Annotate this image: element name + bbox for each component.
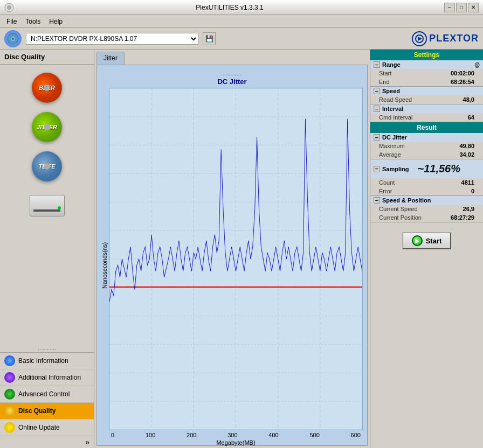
drive-selector[interactable]: N:PLEXTOR DVDR PX-L890SA 1.07: [26, 33, 198, 45]
speed-collapse[interactable]: −: [374, 88, 380, 94]
sidebar-item-disc-quality[interactable]: Disc Quality: [0, 403, 94, 419]
at-icon: @: [474, 62, 480, 68]
range-header: − Range @: [370, 60, 483, 69]
sidebar: Disc Quality BLER JITTER TE/FE: [0, 50, 94, 448]
dc-jitter-collapse[interactable]: −: [374, 134, 380, 141]
expand-button[interactable]: »: [0, 436, 94, 448]
sampling-label: Sampling: [382, 166, 409, 172]
current-position-value: 68:27:29: [451, 214, 474, 221]
plextor-logo: PLEXTOR: [412, 31, 479, 46]
expand-icon: »: [85, 438, 89, 446]
chart-area: Nanoseconds(ns): [101, 88, 363, 443]
main-layout: Disc Quality BLER JITTER TE/FE: [0, 50, 483, 448]
x-axis-label: Megabyte(MB): [109, 439, 363, 446]
max-value: 49,80: [459, 143, 474, 149]
window-title: PlexUTILITIES v1.3.3.1: [15, 4, 444, 11]
cmd-interval-value: 64: [468, 114, 474, 121]
current-position-label: Current Position: [379, 214, 422, 221]
interval-collapse[interactable]: −: [374, 106, 380, 112]
sampling-collapse[interactable]: −: [374, 166, 380, 172]
count-value: 4811: [461, 179, 474, 186]
range-start-value: 00:02:00: [451, 70, 474, 76]
disc-hole: [44, 163, 50, 170]
plextor-logo-circle: [412, 31, 427, 46]
close-button[interactable]: ✕: [468, 3, 479, 12]
tab-bar: Jitter: [94, 50, 370, 65]
tab-jitter[interactable]: Jitter: [96, 52, 125, 65]
speed-position-collapse[interactable]: −: [374, 197, 380, 204]
jitter-icon: JITTER: [32, 112, 62, 142]
drive-light: [58, 206, 61, 209]
sidebar-dots-top: ............: [0, 344, 94, 352]
error-row: Error 0: [370, 187, 483, 195]
count-label: Count: [379, 179, 395, 186]
disc-hole: [44, 124, 50, 130]
start-btn-container: ▶ Start: [370, 222, 483, 259]
start-icon: ▶: [412, 235, 423, 246]
drive-button[interactable]: [20, 188, 74, 223]
current-speed-label: Current Speed: [379, 206, 418, 212]
error-label: Error: [379, 188, 392, 194]
dc-jitter-label: DC Jitter: [382, 134, 407, 141]
disc-icons: BLER JITTER TE/FE: [0, 65, 94, 344]
avg-value: 34,02: [459, 151, 474, 158]
disc-hole: [44, 85, 50, 91]
speed-position-section: − Speed & Position Current Speed 26,9 Cu…: [370, 196, 483, 222]
tefe-button[interactable]: TE/FE: [20, 149, 74, 184]
result-header: Result: [370, 122, 483, 133]
range-collapse[interactable]: −: [374, 61, 380, 68]
maximize-button[interactable]: □: [456, 3, 467, 12]
sampling-percent: ~11,56%: [413, 160, 465, 177]
menu-tools[interactable]: Tools: [21, 17, 45, 26]
additional-info-label: Additional Information: [18, 374, 81, 381]
speed-position-header: − Speed & Position: [370, 196, 483, 205]
dc-jitter-header: − DC Jitter: [370, 133, 483, 142]
sidebar-item-additional-information[interactable]: Additional Information: [0, 369, 94, 386]
menu-help[interactable]: Help: [45, 17, 67, 26]
disc-quality-label: Disc Quality: [18, 407, 56, 415]
current-speed-row: Current Speed 26,9: [370, 205, 483, 213]
online-update-label: Online Update: [18, 424, 60, 431]
sidebar-item-advanced-control[interactable]: Advanced Control: [0, 386, 94, 403]
speed-header: − Speed: [370, 87, 483, 95]
chart-title: DC Jitter: [101, 78, 363, 86]
current-position-row: Current Position 68:27:29: [370, 213, 483, 222]
menubar: File Tools Help: [0, 15, 483, 28]
x-axis-ticks: 0 100 200 300 400 500 600: [109, 432, 363, 438]
basic-info-label: Basic Information: [18, 357, 68, 365]
nav-items: Basic Information Additional Information…: [0, 352, 94, 436]
y-axis-label: Nanoseconds(ns): [101, 88, 108, 443]
plextor-text: PLEXTOR: [429, 33, 479, 44]
chart-container: ............ DC Jitter Nanoseconds(ns): [96, 65, 368, 446]
jitter-button[interactable]: JITTER: [20, 109, 74, 144]
menu-file[interactable]: File: [2, 17, 21, 26]
interval-header: − Interval: [370, 104, 483, 113]
disc-quality-icon: [4, 405, 15, 416]
online-update-icon: [4, 422, 15, 433]
svg-point-4: [12, 38, 14, 40]
save-button[interactable]: 💾: [203, 32, 216, 45]
sidebar-item-online-update[interactable]: Online Update: [0, 419, 94, 436]
app-icon: [4, 2, 15, 13]
speed-position-label: Speed & Position: [382, 197, 431, 204]
range-label: Range: [382, 61, 401, 68]
settings-header: Settings: [370, 50, 483, 60]
speed-section: − Speed Read Speed 48,0: [370, 87, 483, 104]
current-speed-value: 26,9: [463, 206, 474, 212]
svg-point-1: [7, 5, 11, 10]
bler-button[interactable]: BLER: [20, 70, 74, 105]
minimize-button[interactable]: −: [444, 3, 455, 12]
avg-label: Average: [379, 151, 401, 158]
advanced-control-label: Advanced Control: [18, 390, 70, 398]
cmd-interval-label: Cmd Interval: [379, 114, 412, 121]
avg-row: Average 34,02: [370, 150, 483, 159]
additional-info-icon: [4, 372, 15, 383]
range-section: − Range @ Start 00:02:00 End 68:26:54: [370, 60, 483, 87]
max-row: Maximum 49,80: [370, 142, 483, 150]
drive-slot: [33, 209, 60, 212]
drive-image: [30, 195, 65, 216]
start-button[interactable]: ▶ Start: [402, 232, 452, 249]
speed-label: Speed: [382, 88, 400, 94]
content-area: Jitter ............ DC Jitter Nanosecond…: [94, 50, 370, 448]
sidebar-item-basic-information[interactable]: Basic Information: [0, 353, 94, 369]
